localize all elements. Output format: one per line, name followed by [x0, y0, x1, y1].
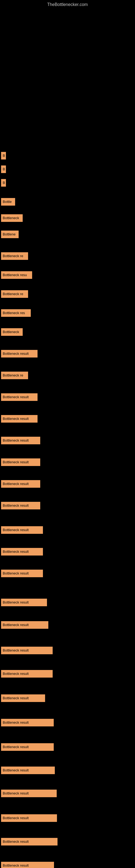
bottleneck-result-item[interactable]: Bottleneck result — [1, 437, 40, 444]
bottleneck-result-item[interactable]: Bottleneck result — [1, 719, 54, 726]
bottleneck-result-item[interactable]: Bottleneck result — [1, 862, 54, 868]
bottleneck-result-item[interactable]: Bottleneck result — [1, 393, 38, 401]
bottleneck-result-item[interactable]: Bottleneck result — [1, 694, 45, 702]
bottleneck-result-item[interactable]: Bottleneck result — [1, 838, 57, 845]
bottleneck-result-item[interactable]: Bottleneck result — [1, 502, 40, 509]
bottleneck-result-item[interactable]: Bottleneck re — [1, 290, 28, 298]
bottleneck-result-item[interactable]: Bottleneck result — [1, 548, 43, 556]
bottleneck-result-item[interactable]: Bottleneck result — [1, 621, 48, 629]
bottleneck-result-item[interactable]: B — [1, 165, 6, 173]
bottleneck-result-item[interactable]: Bottleneck — [1, 214, 23, 222]
bottleneck-result-item[interactable]: Bottleneck result — [1, 647, 53, 654]
bottleneck-result-item[interactable]: Bottleneck result — [1, 814, 57, 822]
bottleneck-result-item[interactable]: Bottleneck re — [1, 372, 28, 379]
bottleneck-result-item[interactable]: Bottleneck — [1, 328, 23, 336]
site-title: TheBottlenecker.com — [0, 0, 135, 8]
bottleneck-result-item[interactable]: Bottleneck result — [1, 350, 38, 358]
bottleneck-result-item[interactable]: Bottleneck result — [1, 743, 54, 751]
bottleneck-result-item[interactable]: Bottleneck result — [1, 415, 38, 423]
bottleneck-result-item[interactable]: Bottlene — [1, 230, 18, 238]
bottleneck-result-item[interactable]: Bottleneck result — [1, 599, 47, 606]
bottleneck-result-item[interactable]: B — [1, 179, 6, 187]
bottleneck-result-item[interactable]: Bottleneck re — [1, 252, 28, 260]
bottleneck-result-item[interactable]: Bottleneck resu — [1, 271, 32, 279]
bottleneck-result-item[interactable]: Bottleneck result — [1, 569, 43, 577]
bottleneck-result-item[interactable]: Bottleneck result — [1, 767, 55, 774]
bottleneck-result-item[interactable]: Bottle — [1, 198, 15, 206]
bottleneck-result-item[interactable]: Bottleneck result — [1, 526, 43, 534]
bottleneck-result-item[interactable]: B — [1, 152, 6, 159]
bottleneck-result-item[interactable]: Bottleneck result — [1, 789, 57, 797]
bottleneck-result-item[interactable]: Bottleneck result — [1, 480, 40, 488]
bottleneck-result-item[interactable]: Bottleneck result — [1, 670, 53, 678]
bottleneck-result-item[interactable]: Bottleneck res — [1, 309, 31, 317]
bottleneck-result-item[interactable]: Bottleneck result — [1, 458, 40, 466]
